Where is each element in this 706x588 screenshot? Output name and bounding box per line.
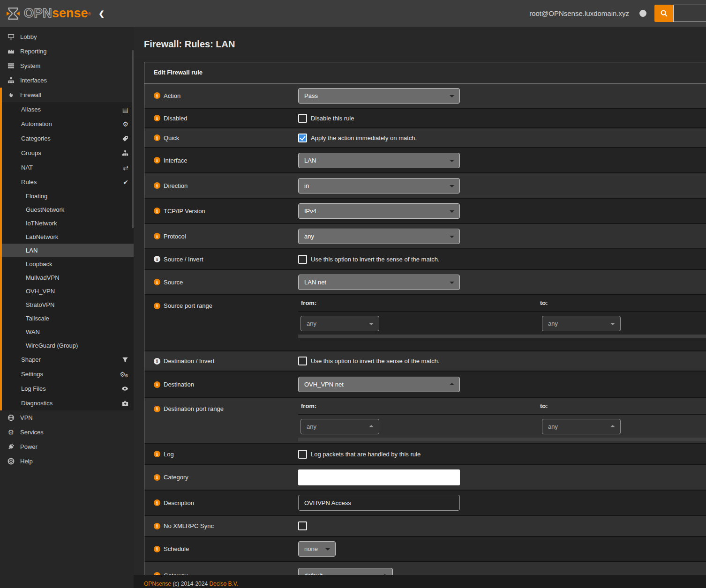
sidebar-item-rules-ovh-vpn[interactable]: OVH_VPN [2,284,134,298]
info-icon[interactable]: i [154,474,160,481]
sidebar-item-interfaces[interactable]: Interfaces [0,73,134,88]
protocol-select[interactable]: any [298,229,460,244]
sidebar-item-shaper[interactable]: Shaper [2,352,134,367]
chevron-down-icon [450,95,454,97]
sidebar-item-groups[interactable]: Groups [2,146,134,160]
sidebar-item-rules-stratovpn[interactable]: StratoVPN [2,298,134,312]
sidebar-item-reporting[interactable]: Reporting [0,44,134,59]
sidebar-item-rules-wan[interactable]: WAN [2,325,134,339]
info-icon[interactable]: i [154,134,160,141]
chevron-down-icon [369,323,374,325]
destination-select[interactable]: OVH_VPN net [298,377,460,392]
tcpip-version-select[interactable]: IPv4 [298,203,460,219]
sitemap-icon [7,77,15,84]
info-icon[interactable]: i [154,406,160,412]
firewall-section: Firewall Aliases ▤ Automation ⚙ Categori… [0,88,134,410]
info-icon[interactable]: i [154,208,160,214]
info-icon[interactable]: i [154,546,160,552]
plug-icon [7,443,15,450]
sidebar-item-system[interactable]: System [0,59,134,73]
fire-icon [7,91,15,98]
sidebar-item-rules-floating[interactable]: Floating [2,189,134,203]
info-icon[interactable]: i [154,157,160,164]
sidebar-item-power[interactable]: Power [0,439,134,454]
form-row-description: iDescription [144,491,706,516]
form-row-source-port-range: iSource port range from: to: any any [144,295,706,351]
destination-port-from-select[interactable]: any [300,419,379,434]
sidebar-item-settings[interactable]: Settings ⚙⚙ [2,367,134,381]
source-port-to-select[interactable]: any [542,316,621,331]
source-select[interactable]: LAN net [298,275,460,290]
info-icon[interactable]: i [154,381,160,388]
description-input[interactable] [298,495,460,511]
footer-opnsense-link[interactable]: OPNsense [144,581,171,587]
sidebar-collapse-button[interactable]: ❮ [98,9,105,18]
info-icon[interactable]: i [154,451,160,457]
info-icon[interactable]: i [154,303,160,309]
destination-port-to-select[interactable]: any [542,419,621,434]
gear-icon: ⚙ [122,120,128,128]
sidebar-item-rules-loopback[interactable]: Loopback [2,257,134,271]
info-icon[interactable]: i [154,233,160,239]
interface-select[interactable]: LAN [298,153,460,168]
schedule-select[interactable]: none [298,541,336,557]
info-icon[interactable]: i [154,256,160,262]
sidebar-item-services[interactable]: ⚙ Services [0,425,134,439]
log-checkbox[interactable] [298,450,307,459]
search-input[interactable] [673,5,706,22]
sidebar-item-vpn[interactable]: VPN [0,410,134,425]
sidebar-item-rules-tailscale[interactable]: Tailscale [2,312,134,325]
direction-select[interactable]: in [298,178,460,194]
chevron-down-icon [450,236,454,238]
category-input[interactable] [298,469,460,485]
form-row-interface: iInterface LAN [144,148,706,173]
quick-checkbox[interactable] [298,134,307,142]
sidebar-item-firewall[interactable]: Firewall [2,88,134,102]
info-icon[interactable]: i [154,523,160,529]
sitemap-icon [122,150,128,156]
sidebar-item-lobby[interactable]: Lobby [0,30,134,44]
sidebar-item-aliases[interactable]: Aliases ▤ [2,102,134,117]
sidebar-item-rules-labnetwork[interactable]: LabNetwork [2,230,134,244]
info-icon[interactable]: i [154,182,160,189]
main-content: Firewall: Rules: LAN Edit Firewall rule … [134,27,706,588]
tag-icon [122,135,128,142]
info-icon[interactable]: i [154,115,160,121]
info-icon[interactable]: i [154,499,160,506]
sidebar-item-categories[interactable]: Categories [2,131,134,146]
gears-icon: ⚙⚙ [120,371,128,378]
form-row-destination-invert: iDestination / Invert Use this option to… [144,351,706,372]
sidebar-item-rules[interactable]: Rules ✔ [2,175,134,189]
form-row-action: iAction Pass [144,83,706,109]
form-row-destination: iDestination OVH_VPN net [144,372,706,398]
horizontal-scrollbar[interactable] [298,438,706,441]
action-select[interactable]: Pass [298,88,460,104]
sidebar-item-log-files[interactable]: Log Files [2,381,134,396]
sidebar-item-rules-wireguard-group[interactable]: WireGuard (Group) [2,339,134,352]
sidebar-item-rules-guestnetwork[interactable]: GuestNetwork [2,203,134,216]
info-icon[interactable]: i [154,92,160,99]
search-button[interactable] [654,5,673,22]
source-invert-checkbox[interactable] [298,255,307,264]
source-port-from-select[interactable]: any [300,316,379,331]
sidebar-item-rules-iotnetwork[interactable]: IoTNetwork [2,216,134,230]
chevron-down-icon [610,323,615,325]
sidebar-item-rules-lan[interactable]: LAN [2,244,134,257]
form-row-direction: iDirection in [144,173,706,199]
form-row-tcpip-version: iTCP/IP Version IPv4 [144,199,706,224]
brand-logo[interactable]: OPNsense® [0,6,91,21]
sidebar-item-diagnostics[interactable]: Diagnostics [2,396,134,410]
sidebar-item-automation[interactable]: Automation ⚙ [2,117,134,131]
sidebar-item-nat[interactable]: NAT ⇄ [2,160,134,175]
destination-invert-checkbox[interactable] [298,357,307,365]
footer-deciso-link[interactable]: Deciso B.V. [209,581,238,587]
topbar: OPNsense® ❮ root@OPNsense.luxdomain.xyz [0,0,706,27]
no-xmlrpc-sync-checkbox[interactable] [298,521,307,530]
info-icon[interactable]: i [154,279,160,285]
info-icon[interactable]: i [154,358,160,365]
sidebar-item-help[interactable]: Help [0,454,134,469]
sidebar-item-rules-mullvadvpn[interactable]: MullvadVPN [2,271,134,284]
page-title: Firewall: Rules: LAN [144,39,706,50]
horizontal-scrollbar[interactable] [298,335,706,338]
disabled-checkbox[interactable] [298,114,307,123]
